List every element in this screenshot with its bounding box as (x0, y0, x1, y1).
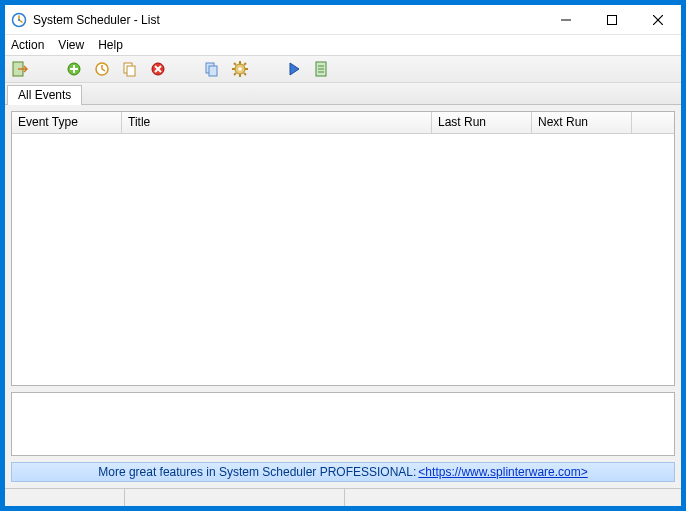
tab-row: All Events (5, 83, 681, 105)
column-header-row: Event Type Title Last Run Next Run (12, 112, 674, 134)
status-cell-3 (345, 489, 681, 506)
play-icon (286, 61, 302, 77)
menu-action[interactable]: Action (11, 38, 44, 52)
svg-rect-3 (608, 15, 617, 24)
status-cell-2 (125, 489, 345, 506)
status-bar (5, 488, 681, 506)
copy-icon (122, 61, 138, 77)
run-button[interactable] (283, 58, 305, 80)
duplicate-icon (204, 61, 220, 77)
gear-icon (232, 61, 248, 77)
window-title: System Scheduler - List (33, 13, 543, 27)
svg-line-21 (244, 73, 246, 75)
title-bar: System Scheduler - List (5, 5, 681, 35)
copy-event-button[interactable] (119, 58, 141, 80)
toolbar (5, 55, 681, 83)
delete-event-button[interactable] (147, 58, 169, 80)
minimize-button[interactable] (543, 5, 589, 34)
promo-link[interactable]: <https://www.splinterware.com> (418, 465, 587, 479)
promo-bar: More great features in System Scheduler … (11, 462, 675, 482)
svg-line-23 (234, 73, 236, 75)
event-list[interactable]: Event Type Title Last Run Next Run (11, 111, 675, 386)
menu-bar: Action View Help (5, 35, 681, 55)
content-area: Event Type Title Last Run Next Run More … (5, 105, 681, 488)
svg-rect-13 (209, 66, 217, 76)
promo-text: More great features in System Scheduler … (98, 465, 416, 479)
svg-point-15 (238, 67, 242, 71)
maximize-icon (607, 15, 617, 25)
log-icon (314, 61, 330, 77)
exit-icon (12, 61, 28, 77)
close-icon (653, 15, 663, 25)
column-spacer (632, 112, 674, 133)
status-cell-1 (5, 489, 125, 506)
svg-line-22 (244, 63, 246, 65)
detail-pane (11, 392, 675, 456)
column-next-run[interactable]: Next Run (532, 112, 632, 133)
column-title[interactable]: Title (122, 112, 432, 133)
clock-edit-icon (94, 61, 110, 77)
app-icon (11, 12, 27, 28)
tab-all-events[interactable]: All Events (7, 85, 82, 105)
edit-event-button[interactable] (91, 58, 113, 80)
maximize-button[interactable] (589, 5, 635, 34)
add-icon (66, 61, 82, 77)
minimize-icon (561, 15, 571, 25)
svg-point-1 (18, 19, 20, 21)
settings-button[interactable] (229, 58, 251, 80)
menu-view[interactable]: View (58, 38, 84, 52)
exit-button[interactable] (9, 58, 31, 80)
delete-icon (150, 61, 166, 77)
event-list-body (12, 134, 674, 385)
svg-line-20 (234, 63, 236, 65)
close-button[interactable] (635, 5, 681, 34)
main-window: System Scheduler - List Action View Help (4, 4, 682, 507)
window-controls (543, 5, 681, 34)
new-event-button[interactable] (63, 58, 85, 80)
svg-rect-10 (127, 66, 135, 76)
menu-help[interactable]: Help (98, 38, 123, 52)
column-last-run[interactable]: Last Run (432, 112, 532, 133)
log-button[interactable] (311, 58, 333, 80)
column-event-type[interactable]: Event Type (12, 112, 122, 133)
duplicate-button[interactable] (201, 58, 223, 80)
